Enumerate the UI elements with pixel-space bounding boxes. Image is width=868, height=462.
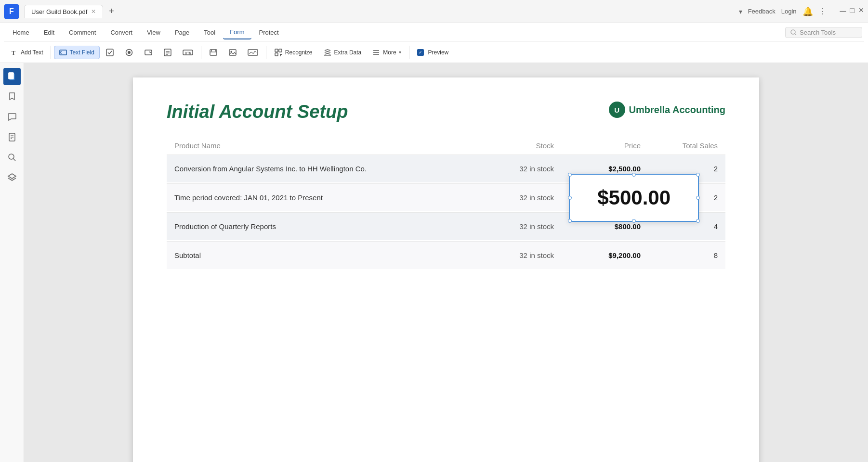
pages-icon <box>7 72 17 81</box>
maximize-button[interactable]: □ <box>850 6 855 16</box>
app-body: Initial Account Setup U Umbrella Account… <box>0 63 868 462</box>
svg-text:BTN: BTN <box>185 51 191 55</box>
tab-home[interactable]: Home <box>6 26 36 39</box>
svg-rect-12 <box>164 49 171 56</box>
radio-icon <box>125 48 133 57</box>
signature-icon <box>248 48 258 57</box>
row1-stock: 32 in stock <box>477 165 554 173</box>
svg-rect-29 <box>281 54 282 55</box>
sidebar-item-attachments[interactable] <box>3 128 21 146</box>
extra-data-tool[interactable]: Extra Data <box>318 46 367 59</box>
page-header: Initial Account Setup U Umbrella Account… <box>167 102 725 122</box>
layers-icon <box>7 173 17 182</box>
text-field-icon <box>59 49 67 56</box>
handle-top-mid[interactable] <box>632 173 636 177</box>
add-text-icon: T <box>11 49 18 56</box>
separator-1 <box>51 46 51 59</box>
feedback-label[interactable]: Feedback <box>748 8 776 15</box>
window-controls: ─ □ ✕ <box>840 6 864 16</box>
app-logo: F <box>4 4 19 19</box>
login-label[interactable]: Login <box>781 8 797 15</box>
bookmarks-icon <box>7 92 17 102</box>
add-text-tool[interactable]: T Add Text <box>6 46 48 59</box>
svg-rect-22 <box>229 50 236 55</box>
handle-left-mid[interactable] <box>568 196 572 200</box>
company-name: Umbrella Accounting <box>629 104 725 116</box>
search-tools-input[interactable]: Search Tools <box>785 27 862 38</box>
svg-rect-26 <box>279 49 282 52</box>
titlebar: F User Guild Book.pdf ✕ + ▾ Feedback Log… <box>0 0 868 23</box>
table-row: Time period covered: JAN 01, 2021 to Pre… <box>167 183 725 211</box>
checkbox-tool[interactable] <box>101 46 119 59</box>
titlebar-controls: ▾ Feedback Login 🔔 ⋮ ─ □ ✕ <box>739 6 864 17</box>
ribbon: Home Edit Comment Convert View Page Tool… <box>0 23 868 63</box>
svg-rect-18 <box>210 50 217 55</box>
handle-top-left[interactable] <box>568 173 572 177</box>
button-icon: BTN <box>183 48 193 57</box>
svg-rect-25 <box>275 49 278 52</box>
col-header-total: Total Sales <box>641 141 718 150</box>
svg-marker-45 <box>8 174 16 179</box>
dropdown-tool[interactable] <box>139 46 158 59</box>
image-field-tool[interactable] <box>224 46 242 59</box>
sidebar-item-bookmarks[interactable] <box>3 88 21 105</box>
svg-point-43 <box>9 154 14 159</box>
preview-checkbox[interactable]: ✓ <box>417 49 424 56</box>
row4-price: $9,200.00 <box>554 251 641 259</box>
close-button[interactable]: ✕ <box>858 6 864 16</box>
handle-bottom-mid[interactable] <box>632 219 636 223</box>
row1-price: $2,500.00 <box>554 165 641 173</box>
row2-stock: 32 in stock <box>477 193 554 202</box>
sidebar-item-search[interactable] <box>3 149 21 166</box>
sidebar-item-layers[interactable] <box>3 169 21 186</box>
add-tab-button[interactable]: + <box>106 5 117 17</box>
active-tab[interactable]: User Guild Book.pdf ✕ <box>24 5 103 18</box>
svg-point-23 <box>230 51 232 52</box>
table-header: Product Name Stock Price Total Sales <box>167 137 725 154</box>
tab-tool[interactable]: Tool <box>197 26 222 39</box>
tab-view[interactable]: View <box>140 26 167 39</box>
preview-tool[interactable]: ✓ Preview <box>412 47 454 58</box>
tab-protect[interactable]: Protect <box>252 26 286 39</box>
svg-rect-30 <box>280 55 281 56</box>
close-tab-button[interactable]: ✕ <box>91 8 96 15</box>
tab-convert[interactable]: Convert <box>104 26 139 39</box>
sidebar-item-comments[interactable] <box>3 108 21 126</box>
signature-tool[interactable] <box>243 46 263 59</box>
recognize-tool[interactable]: Recognize <box>269 46 317 59</box>
tab-form[interactable]: Form <box>223 26 251 39</box>
row4-total: 8 <box>641 251 718 259</box>
row1-name: Conversion from Angular Systems Inc. to … <box>174 165 477 173</box>
main-content[interactable]: Initial Account Setup U Umbrella Account… <box>24 63 868 462</box>
minimize-button[interactable]: ─ <box>840 6 846 16</box>
tab-page[interactable]: Page <box>168 26 196 39</box>
more-tool[interactable]: More ▾ <box>367 46 406 59</box>
row3-total: 4 <box>641 222 718 231</box>
image-field-icon <box>228 48 237 57</box>
text-field-overlay[interactable]: $500.00 <box>569 174 699 222</box>
collapse-button[interactable]: ▾ <box>739 8 742 15</box>
text-field-tool[interactable]: Text Field <box>54 46 99 59</box>
preview-label: Preview <box>428 49 449 56</box>
sidebar-item-pages[interactable] <box>3 68 21 85</box>
company-logo-icon: U <box>609 102 625 118</box>
date-tool[interactable] <box>204 46 223 59</box>
button-tool[interactable]: BTN <box>178 46 198 59</box>
search-sidebar-icon <box>7 153 17 162</box>
more-options-icon[interactable]: ⋮ <box>819 7 827 16</box>
notification-icon[interactable]: 🔔 <box>802 6 813 17</box>
handle-right-mid[interactable] <box>696 196 700 200</box>
tab-comment[interactable]: Comment <box>62 26 103 39</box>
text-field-label: Text Field <box>69 49 94 56</box>
ribbon-tab-bar: Home Edit Comment Convert View Page Tool… <box>4 23 864 41</box>
tab-edit[interactable]: Edit <box>37 26 61 39</box>
pdf-page: Initial Account Setup U Umbrella Account… <box>133 77 759 462</box>
checkbox-icon <box>105 48 114 57</box>
list-tool[interactable] <box>158 46 177 59</box>
tab-title: User Guild Book.pdf <box>31 8 87 15</box>
radio-tool[interactable] <box>120 46 138 59</box>
svg-text:T: T <box>12 50 15 56</box>
recognize-label: Recognize <box>285 49 313 56</box>
ribbon-toolbar: T Add Text Text Field <box>4 41 864 63</box>
separator-2 <box>201 46 201 59</box>
